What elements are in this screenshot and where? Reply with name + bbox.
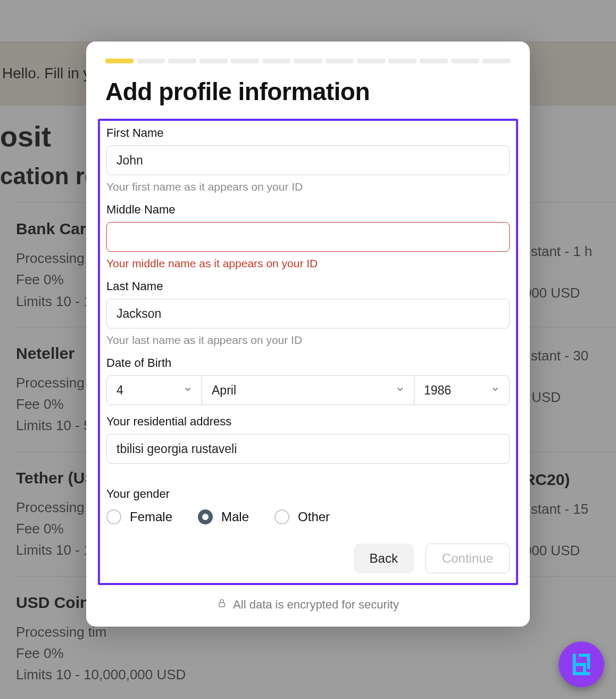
progress-segment: [451, 59, 479, 63]
first-name-input[interactable]: [106, 145, 510, 175]
progress-segment: [199, 59, 228, 63]
support-fab[interactable]: [559, 642, 604, 687]
dob-day-select[interactable]: [106, 375, 202, 405]
dob-year-value[interactable]: [414, 375, 510, 405]
progress-segment: [326, 59, 354, 63]
radio-icon: [198, 509, 213, 524]
profile-modal: Add profile information First Name Your …: [86, 42, 530, 627]
dob-year-select[interactable]: [414, 375, 510, 405]
support-fab-icon: [569, 652, 594, 677]
buttons-row: Back Continue: [106, 544, 510, 573]
gender-option-label: Male: [221, 509, 249, 524]
radio-icon: [106, 509, 121, 524]
progress-segment: [137, 59, 165, 63]
gender-row: Female Male Other: [106, 509, 510, 524]
back-button[interactable]: Back: [354, 544, 414, 573]
middle-name-label: Middle Name: [106, 203, 510, 217]
middle-name-input[interactable]: [106, 222, 510, 252]
gender-option-label: Other: [298, 509, 330, 524]
encryption-text: All data is encrypted for security: [233, 598, 399, 612]
address-label: Your residential address: [106, 415, 510, 429]
first-name-hint: Your first name as it appears on your ID: [106, 180, 510, 193]
gender-option-label: Female: [130, 509, 172, 524]
progress-segment: [231, 59, 259, 63]
dob-month-value[interactable]: [202, 375, 414, 405]
gender-option-female[interactable]: Female: [106, 509, 172, 524]
lock-icon: [217, 598, 227, 612]
gender-option-male[interactable]: Male: [198, 509, 249, 524]
gender-option-other[interactable]: Other: [274, 509, 330, 524]
svg-rect-0: [219, 603, 225, 607]
continue-button[interactable]: Continue: [426, 544, 510, 573]
progress-segment: [388, 59, 417, 63]
dob-month-select[interactable]: [202, 375, 414, 405]
dob-label: Date of Birth: [106, 356, 510, 370]
progress-bar: [105, 59, 511, 63]
radio-icon: [274, 509, 289, 524]
last-name-input[interactable]: [106, 299, 510, 328]
progress-segment: [262, 59, 290, 63]
dob-day-value[interactable]: [106, 375, 202, 405]
form-highlight-box: First Name Your first name as it appears…: [98, 119, 518, 585]
first-name-label: First Name: [106, 126, 510, 140]
progress-segment: [105, 59, 134, 63]
last-name-hint: Your last name as it appears on your ID: [106, 334, 510, 347]
middle-name-hint: Your middle name as it appears on your I…: [106, 257, 510, 270]
encryption-notice: All data is encrypted for security: [105, 598, 511, 612]
progress-segment: [482, 59, 511, 63]
last-name-label: Last Name: [106, 279, 510, 293]
modal-title: Add profile information: [105, 77, 511, 106]
dob-row: [106, 375, 510, 405]
progress-segment: [168, 59, 196, 63]
address-input[interactable]: [106, 434, 510, 464]
progress-segment: [294, 59, 322, 63]
progress-segment: [420, 59, 448, 63]
gender-label: Your gender: [106, 487, 510, 501]
progress-segment: [357, 59, 385, 63]
